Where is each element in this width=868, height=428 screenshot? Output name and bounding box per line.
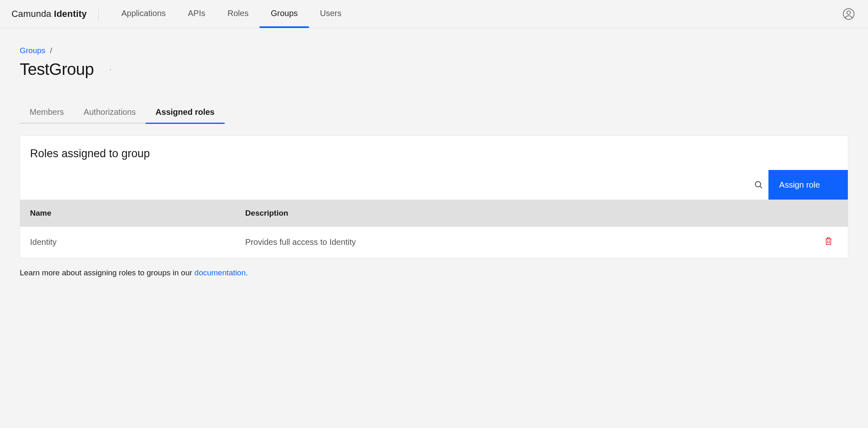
footer-note: Learn more about assigning roles to grou…	[20, 258, 848, 287]
tab-assigned-roles[interactable]: Assigned roles	[146, 102, 224, 124]
cell-actions	[814, 227, 848, 258]
nav-roles[interactable]: Roles	[216, 0, 260, 28]
svg-point-5	[755, 181, 761, 187]
nav-applications[interactable]: Applications	[110, 0, 177, 28]
svg-point-4	[110, 70, 111, 70]
user-avatar-icon[interactable]	[842, 8, 855, 20]
card-toolbar: Assign role	[20, 170, 848, 200]
column-description: Description	[235, 200, 814, 227]
nav-groups[interactable]: Groups	[260, 0, 309, 28]
footer-text-after: .	[246, 268, 248, 277]
tabs: Members Authorizations Assigned roles	[20, 102, 848, 124]
cell-description: Provides full access to Identity	[235, 227, 814, 258]
roles-card: Roles assigned to group Assign role Name…	[20, 135, 848, 258]
top-nav: Applications APIs Roles Groups Users	[110, 0, 353, 28]
brand-name: Identity	[54, 9, 87, 19]
tab-authorizations[interactable]: Authorizations	[74, 102, 146, 124]
table-row: Identity Provides full access to Identit…	[20, 227, 848, 258]
page-title: TestGroup	[20, 60, 94, 79]
brand-prefix: Camunda	[12, 9, 54, 19]
documentation-link[interactable]: documentation	[195, 268, 246, 277]
svg-point-1	[847, 11, 850, 14]
nav-apis[interactable]: APIs	[177, 0, 216, 28]
main-content: Groups / TestGroup Members Authorization…	[0, 28, 868, 305]
column-name: Name	[20, 200, 235, 227]
cell-name: Identity	[20, 227, 235, 258]
tab-members[interactable]: Members	[20, 102, 74, 124]
svg-point-3	[110, 69, 111, 70]
card-title: Roles assigned to group	[30, 147, 838, 160]
delete-icon[interactable]	[824, 237, 833, 246]
search-icon[interactable]	[749, 170, 768, 200]
footer-text-before: Learn more about assigning roles to grou…	[20, 268, 195, 277]
column-actions	[814, 200, 848, 227]
header-right	[842, 8, 856, 20]
svg-point-2	[110, 68, 111, 69]
assign-role-button[interactable]: Assign role	[768, 170, 848, 200]
card-header: Roles assigned to group	[20, 136, 848, 170]
brand: Camunda Identity	[12, 9, 98, 19]
divider	[98, 7, 99, 21]
overflow-menu-icon[interactable]	[106, 65, 114, 74]
breadcrumb-separator: /	[50, 46, 52, 55]
breadcrumb: Groups /	[20, 46, 848, 55]
breadcrumb-parent[interactable]: Groups	[20, 46, 45, 55]
svg-line-6	[760, 186, 762, 188]
app-header: Camunda Identity Applications APIs Roles…	[0, 0, 868, 28]
title-row: TestGroup	[20, 60, 848, 79]
roles-table: Name Description Identity Provides full …	[20, 200, 848, 258]
nav-users[interactable]: Users	[309, 0, 353, 28]
